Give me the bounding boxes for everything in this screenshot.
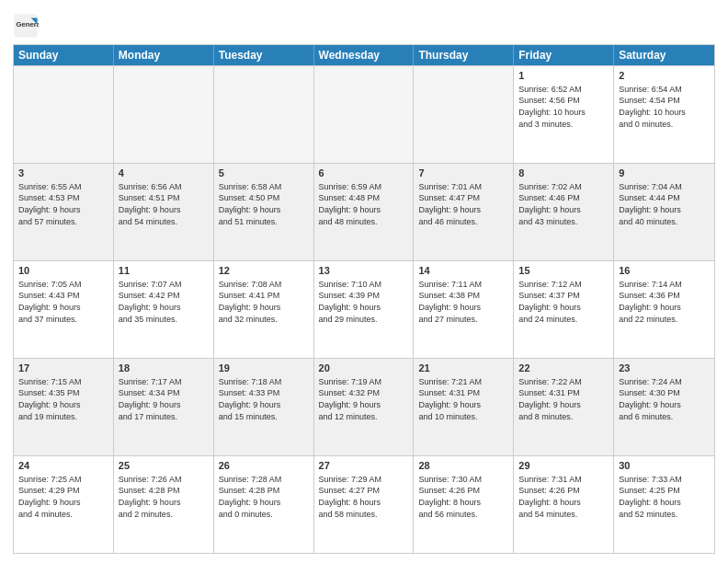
day-header-saturday: Saturday xyxy=(614,45,714,65)
calendar-body: 1Sunrise: 6:52 AM Sunset: 4:56 PM Daylig… xyxy=(14,65,714,553)
cell-info: Sunrise: 7:33 AM Sunset: 4:25 PM Dayligh… xyxy=(619,474,710,520)
day-number: 11 xyxy=(119,264,209,278)
cal-cell-2-0: 10Sunrise: 7:05 AM Sunset: 4:43 PM Dayli… xyxy=(14,261,114,358)
cal-cell-0-6: 2Sunrise: 6:54 AM Sunset: 4:54 PM Daylig… xyxy=(614,66,714,163)
cal-cell-1-1: 4Sunrise: 6:56 AM Sunset: 4:51 PM Daylig… xyxy=(114,164,214,260)
logo: General xyxy=(13,13,40,39)
cell-info: Sunrise: 7:05 AM Sunset: 4:43 PM Dayligh… xyxy=(18,279,108,325)
cal-cell-3-4: 21Sunrise: 7:21 AM Sunset: 4:31 PM Dayli… xyxy=(414,359,514,455)
cell-info: Sunrise: 7:18 AM Sunset: 4:33 PM Dayligh… xyxy=(219,376,309,422)
calendar: SundayMondayTuesdayWednesdayThursdayFrid… xyxy=(13,44,715,554)
calendar-row-3: 17Sunrise: 7:15 AM Sunset: 4:35 PM Dayli… xyxy=(14,358,714,455)
day-number: 8 xyxy=(518,167,609,180)
cal-cell-0-5: 1Sunrise: 6:52 AM Sunset: 4:56 PM Daylig… xyxy=(514,66,614,163)
day-number: 12 xyxy=(219,264,309,278)
day-number: 20 xyxy=(319,362,409,375)
day-number: 7 xyxy=(418,167,508,180)
day-header-monday: Monday xyxy=(114,45,214,65)
cal-cell-1-5: 8Sunrise: 7:02 AM Sunset: 4:46 PM Daylig… xyxy=(514,164,614,260)
day-number: 6 xyxy=(319,167,409,180)
day-number: 25 xyxy=(119,459,209,473)
cell-info: Sunrise: 7:26 AM Sunset: 4:28 PM Dayligh… xyxy=(119,474,209,520)
day-number: 18 xyxy=(119,362,209,375)
cell-info: Sunrise: 7:10 AM Sunset: 4:39 PM Dayligh… xyxy=(319,279,409,325)
cal-cell-2-3: 13Sunrise: 7:10 AM Sunset: 4:39 PM Dayli… xyxy=(314,261,415,358)
cal-cell-2-5: 15Sunrise: 7:12 AM Sunset: 4:37 PM Dayli… xyxy=(514,261,614,358)
day-number: 5 xyxy=(219,167,309,180)
day-header-wednesday: Wednesday xyxy=(314,45,415,65)
logo-icon: General xyxy=(13,13,39,39)
calendar-header: SundayMondayTuesdayWednesdayThursdayFrid… xyxy=(14,45,714,65)
day-number: 9 xyxy=(619,167,710,180)
day-number: 28 xyxy=(418,459,508,473)
day-number: 22 xyxy=(518,362,609,375)
cal-cell-2-2: 12Sunrise: 7:08 AM Sunset: 4:41 PM Dayli… xyxy=(214,261,314,358)
cal-cell-0-0 xyxy=(14,66,114,163)
cell-info: Sunrise: 6:55 AM Sunset: 4:53 PM Dayligh… xyxy=(18,181,108,227)
day-number: 17 xyxy=(18,362,108,375)
cal-cell-2-1: 11Sunrise: 7:07 AM Sunset: 4:42 PM Dayli… xyxy=(114,261,214,358)
cell-info: Sunrise: 7:30 AM Sunset: 4:26 PM Dayligh… xyxy=(418,474,508,520)
cal-cell-1-2: 5Sunrise: 6:58 AM Sunset: 4:50 PM Daylig… xyxy=(214,164,314,260)
day-number: 15 xyxy=(518,264,609,278)
cell-info: Sunrise: 7:14 AM Sunset: 4:36 PM Dayligh… xyxy=(619,279,710,325)
cal-cell-4-5: 29Sunrise: 7:31 AM Sunset: 4:26 PM Dayli… xyxy=(514,456,614,553)
day-number: 29 xyxy=(518,459,609,473)
day-number: 1 xyxy=(518,69,609,83)
cell-info: Sunrise: 6:59 AM Sunset: 4:48 PM Dayligh… xyxy=(319,181,409,227)
day-header-sunday: Sunday xyxy=(14,45,114,65)
cell-info: Sunrise: 6:54 AM Sunset: 4:54 PM Dayligh… xyxy=(619,84,710,130)
cal-cell-4-0: 24Sunrise: 7:25 AM Sunset: 4:29 PM Dayli… xyxy=(14,456,114,553)
calendar-row-1: 3Sunrise: 6:55 AM Sunset: 4:53 PM Daylig… xyxy=(14,163,714,260)
cell-info: Sunrise: 7:22 AM Sunset: 4:31 PM Dayligh… xyxy=(518,376,609,422)
cell-info: Sunrise: 7:11 AM Sunset: 4:38 PM Dayligh… xyxy=(418,279,508,325)
cell-info: Sunrise: 7:15 AM Sunset: 4:35 PM Dayligh… xyxy=(18,376,108,422)
cal-cell-3-6: 23Sunrise: 7:24 AM Sunset: 4:30 PM Dayli… xyxy=(614,359,714,455)
cell-info: Sunrise: 7:07 AM Sunset: 4:42 PM Dayligh… xyxy=(119,279,209,325)
cal-cell-4-4: 28Sunrise: 7:30 AM Sunset: 4:26 PM Dayli… xyxy=(414,456,514,553)
cell-info: Sunrise: 7:28 AM Sunset: 4:28 PM Dayligh… xyxy=(219,474,309,520)
cal-cell-0-4 xyxy=(414,66,514,163)
cell-info: Sunrise: 7:19 AM Sunset: 4:32 PM Dayligh… xyxy=(319,376,409,422)
day-number: 3 xyxy=(18,167,108,180)
day-number: 4 xyxy=(119,167,209,180)
day-number: 13 xyxy=(319,264,409,278)
day-number: 27 xyxy=(319,459,409,473)
cell-info: Sunrise: 7:21 AM Sunset: 4:31 PM Dayligh… xyxy=(418,376,508,422)
calendar-row-0: 1Sunrise: 6:52 AM Sunset: 4:56 PM Daylig… xyxy=(14,65,714,163)
cal-cell-1-4: 7Sunrise: 7:01 AM Sunset: 4:47 PM Daylig… xyxy=(414,164,514,260)
cal-cell-4-2: 26Sunrise: 7:28 AM Sunset: 4:28 PM Dayli… xyxy=(214,456,314,553)
cal-cell-4-3: 27Sunrise: 7:29 AM Sunset: 4:27 PM Dayli… xyxy=(314,456,415,553)
day-number: 10 xyxy=(18,264,108,278)
cell-info: Sunrise: 7:08 AM Sunset: 4:41 PM Dayligh… xyxy=(219,279,309,325)
day-number: 26 xyxy=(219,459,309,473)
cell-info: Sunrise: 7:17 AM Sunset: 4:34 PM Dayligh… xyxy=(119,376,209,422)
cal-cell-1-3: 6Sunrise: 6:59 AM Sunset: 4:48 PM Daylig… xyxy=(314,164,415,260)
calendar-row-4: 24Sunrise: 7:25 AM Sunset: 4:29 PM Dayli… xyxy=(14,455,714,553)
calendar-row-2: 10Sunrise: 7:05 AM Sunset: 4:43 PM Dayli… xyxy=(14,260,714,358)
day-number: 14 xyxy=(418,264,508,278)
day-number: 24 xyxy=(18,459,108,473)
cal-cell-3-1: 18Sunrise: 7:17 AM Sunset: 4:34 PM Dayli… xyxy=(114,359,214,455)
cal-cell-1-6: 9Sunrise: 7:04 AM Sunset: 4:44 PM Daylig… xyxy=(614,164,714,260)
cal-cell-3-2: 19Sunrise: 7:18 AM Sunset: 4:33 PM Dayli… xyxy=(214,359,314,455)
cal-cell-3-0: 17Sunrise: 7:15 AM Sunset: 4:35 PM Dayli… xyxy=(14,359,114,455)
cell-info: Sunrise: 7:12 AM Sunset: 4:37 PM Dayligh… xyxy=(518,279,609,325)
day-header-thursday: Thursday xyxy=(414,45,514,65)
day-number: 21 xyxy=(418,362,508,375)
day-number: 30 xyxy=(619,459,710,473)
cal-cell-0-1 xyxy=(114,66,214,163)
page: General SundayMondayTuesdayWednesdayThur… xyxy=(0,0,728,563)
day-number: 23 xyxy=(619,362,710,375)
cell-info: Sunrise: 7:01 AM Sunset: 4:47 PM Dayligh… xyxy=(418,181,508,227)
cal-cell-0-2 xyxy=(214,66,314,163)
cell-info: Sunrise: 7:25 AM Sunset: 4:29 PM Dayligh… xyxy=(18,474,108,520)
day-header-friday: Friday xyxy=(514,45,614,65)
day-header-tuesday: Tuesday xyxy=(214,45,314,65)
header: General xyxy=(13,9,715,39)
cell-info: Sunrise: 7:02 AM Sunset: 4:46 PM Dayligh… xyxy=(518,181,609,227)
day-number: 16 xyxy=(619,264,710,278)
cal-cell-0-3 xyxy=(314,66,415,163)
cal-cell-4-1: 25Sunrise: 7:26 AM Sunset: 4:28 PM Dayli… xyxy=(114,456,214,553)
day-number: 19 xyxy=(219,362,309,375)
